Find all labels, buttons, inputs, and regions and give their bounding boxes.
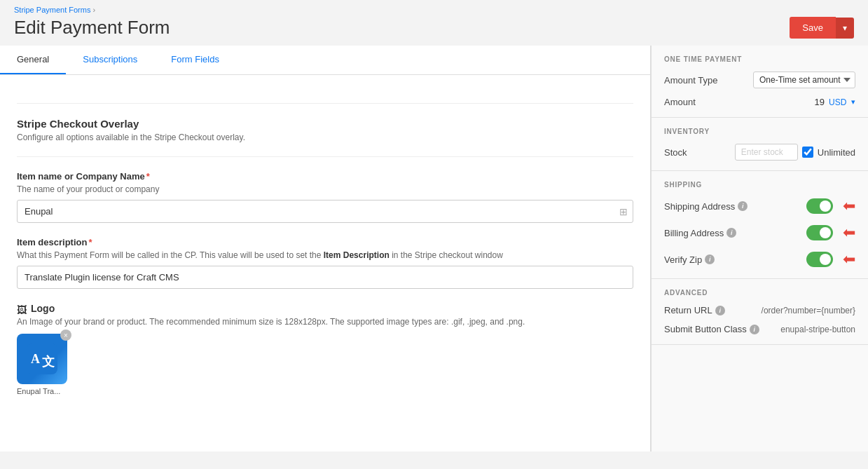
tab-general[interactable]: General	[0, 46, 66, 74]
logo-thumbnail: A 文	[17, 334, 67, 384]
billing-address-info-icon[interactable]: i	[726, 228, 736, 238]
submit-btn-class-value: enupal-stripe-button	[780, 325, 855, 334]
logo-remove-button[interactable]: ×	[60, 329, 71, 341]
return-url-label: Return URL i	[664, 305, 725, 315]
shipping-address-toggle[interactable]	[806, 198, 833, 214]
submit-btn-class-row: Submit Button Class i enupal-stripe-butt…	[664, 324, 855, 334]
item-desc-description: What this Payment Form will be called in…	[17, 250, 633, 260]
amount-value: 19	[815, 97, 825, 107]
return-url-row: Return URL i /order?number={number}	[664, 305, 855, 315]
item-name-input[interactable]	[17, 200, 633, 223]
stripe-checkout-section: Stripe Checkout Overlay Configure all op…	[17, 118, 633, 142]
shipping-title: SHIPPING	[664, 181, 855, 189]
input-icon: ⊞	[619, 206, 628, 217]
svg-text:文: 文	[42, 355, 55, 369]
verify-zip-slider	[806, 252, 833, 267]
billing-arrow-icon: ⬅	[843, 224, 855, 242]
item-name-desc: The name of your product or company	[17, 184, 633, 194]
logo-desc: An Image of your brand or product. The r…	[17, 317, 633, 327]
tabs-bar: General Subscriptions Form Fields	[0, 46, 650, 75]
item-desc-input[interactable]	[17, 266, 633, 289]
tab-subscriptions[interactable]: Subscriptions	[66, 46, 154, 74]
verify-zip-row: Verify Zip i ⬅	[664, 250, 855, 269]
save-dropdown-button[interactable]: ▾	[836, 18, 854, 39]
item-name-input-wrap: ⊞	[17, 200, 633, 223]
shipping-address-info-icon[interactable]: i	[738, 201, 748, 211]
advanced-section: ADVANCED Return URL i /order?number={num…	[652, 279, 868, 345]
item-desc-label: Item description*	[17, 237, 633, 247]
submit-btn-class-label: Submit Button Class i	[664, 324, 759, 334]
verify-zip-toggle[interactable]	[806, 252, 833, 267]
billing-address-label: Billing Address i	[664, 228, 736, 238]
tab-form-fields[interactable]: Form Fields	[154, 46, 236, 74]
logo-thumbnail-wrap: A 文 × Enupal Tra...	[17, 334, 67, 396]
shipping-section: SHIPPING Shipping Address i ⬅	[652, 171, 868, 279]
submit-btn-class-info-icon[interactable]: i	[750, 325, 759, 334]
shipping-arrow-icon: ⬅	[843, 197, 855, 215]
return-url-value: /order?number={number}	[762, 306, 855, 315]
unlimited-checkbox[interactable]	[802, 147, 813, 158]
save-button[interactable]: Save	[790, 17, 836, 39]
amount-type-value: One-Time set amount	[753, 72, 855, 88]
verify-zip-toggle-wrap: ⬅	[806, 250, 855, 269]
billing-address-toggle[interactable]	[806, 225, 833, 240]
inventory-title: INVENTORY	[664, 128, 855, 135]
amount-type-row: Amount Type One-Time set amount	[664, 72, 855, 88]
amount-row: Amount 19 USD ▾	[664, 97, 855, 107]
one-time-payment-title: ONE TIME PAYMENT	[664, 55, 855, 63]
breadcrumb-parent[interactable]: Stripe Payment Forms	[14, 6, 90, 14]
currency-select[interactable]: USD	[829, 97, 847, 107]
billing-address-row: Billing Address i ⬅	[664, 224, 855, 242]
unlimited-wrap: Unlimited	[802, 147, 855, 158]
logo-label: Logo	[31, 303, 55, 314]
one-time-payment-section: ONE TIME PAYMENT Amount Type One-Time se…	[652, 46, 868, 118]
amount-type-label: Amount Type	[664, 75, 717, 86]
amount-type-select[interactable]: One-Time set amount	[753, 72, 855, 88]
page-title: Edit Payment Form	[14, 17, 170, 39]
inventory-section: INVENTORY Stock Unlimited	[652, 118, 868, 171]
verify-zip-info-icon[interactable]: i	[705, 254, 715, 264]
svg-text:A: A	[31, 352, 40, 366]
amount-value-wrap: 19 USD ▾	[815, 97, 855, 107]
left-panel: General Subscriptions Form Fields Stripe…	[0, 46, 651, 451]
breadcrumb-separator: ›	[92, 6, 95, 14]
shipping-toggle-slider	[806, 198, 833, 214]
logo-svg-icon: A 文	[27, 344, 57, 374]
logo-filename: Enupal Tra...	[17, 387, 60, 395]
amount-label: Amount	[664, 97, 696, 107]
breadcrumb: Stripe Payment Forms ›	[14, 6, 95, 14]
logo-image-icon: 🖼	[17, 304, 27, 315]
save-button-wrap: Save ▾	[790, 17, 854, 39]
billing-toggle-slider	[806, 225, 833, 240]
unlimited-label: Unlimited	[818, 147, 855, 158]
shipping-address-row: Shipping Address i ⬅	[664, 197, 855, 215]
stock-row: Stock Unlimited	[664, 144, 855, 161]
verify-zip-arrow-icon: ⬅	[843, 250, 855, 269]
item-name-label: Item name or Company Name*	[17, 171, 633, 182]
right-panel: ONE TIME PAYMENT Amount Type One-Time se…	[651, 46, 868, 451]
shipping-address-label: Shipping Address i	[664, 201, 748, 212]
currency-dropdown-icon: ▾	[851, 97, 855, 107]
logo-section: 🖼 Logo An Image of your brand or product…	[17, 303, 633, 396]
stock-input[interactable]	[735, 144, 798, 161]
advanced-title: ADVANCED	[664, 289, 855, 297]
shipping-address-toggle-wrap: ⬅	[806, 197, 855, 215]
billing-address-toggle-wrap: ⬅	[806, 224, 855, 242]
logo-label-wrap: 🖼 Logo	[17, 303, 633, 317]
item-desc-field: Item description* What this Payment Form…	[17, 237, 633, 289]
stripe-checkout-title: Stripe Checkout Overlay	[17, 118, 633, 130]
form-content: Stripe Checkout Overlay Configure all op…	[0, 75, 650, 410]
stock-value-wrap: Unlimited	[735, 144, 855, 161]
stock-label: Stock	[664, 147, 687, 158]
return-url-info-icon[interactable]: i	[715, 306, 725, 315]
item-name-field: Item name or Company Name* The name of y…	[17, 171, 633, 223]
stripe-checkout-subtitle: Configure all options available in the S…	[17, 132, 633, 142]
verify-zip-label: Verify Zip i	[664, 254, 715, 265]
